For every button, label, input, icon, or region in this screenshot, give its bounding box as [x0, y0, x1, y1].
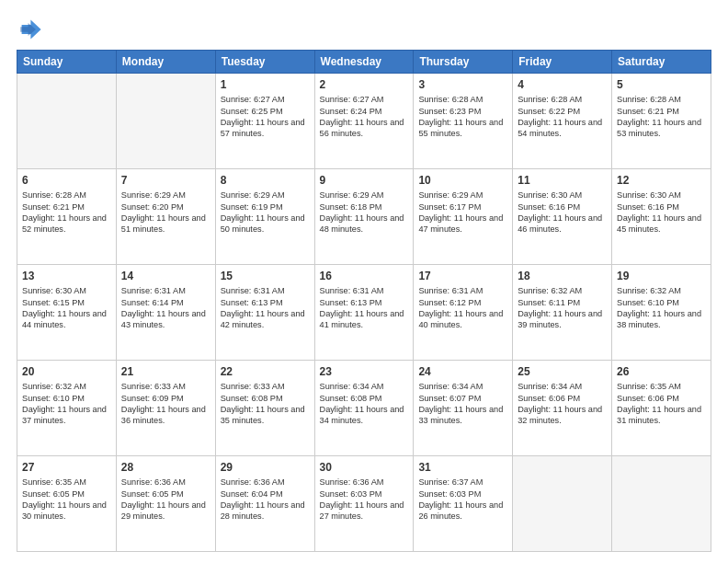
day-info: Sunrise: 6:29 AMSunset: 6:18 PMDaylight:…	[320, 190, 409, 236]
day-number: 24	[418, 364, 507, 379]
calendar-cell: 6Sunrise: 6:28 AMSunset: 6:21 PMDaylight…	[17, 169, 117, 265]
day-info: Sunrise: 6:31 AMSunset: 6:13 PMDaylight:…	[320, 285, 409, 331]
day-info: Sunrise: 6:32 AMSunset: 6:10 PMDaylight:…	[617, 285, 706, 331]
weekday-header-friday: Friday	[513, 51, 612, 74]
calendar-cell	[116, 74, 215, 169]
day-info: Sunrise: 6:28 AMSunset: 6:21 PMDaylight:…	[22, 190, 111, 236]
day-number: 10	[418, 173, 507, 188]
day-info: Sunrise: 6:29 AMSunset: 6:19 PMDaylight:…	[221, 190, 310, 236]
calendar-cell: 2Sunrise: 6:27 AMSunset: 6:24 PMDaylight…	[314, 74, 414, 169]
calendar-cell: 24Sunrise: 6:34 AMSunset: 6:07 PMDayligh…	[414, 361, 513, 456]
weekday-header-wednesday: Wednesday	[314, 51, 414, 74]
day-number: 5	[617, 77, 706, 92]
day-number: 28	[121, 460, 210, 475]
calendar-cell: 11Sunrise: 6:30 AMSunset: 6:16 PMDayligh…	[513, 169, 612, 265]
day-number: 14	[121, 269, 210, 283]
calendar-cell: 13Sunrise: 6:30 AMSunset: 6:15 PMDayligh…	[17, 265, 117, 361]
day-number: 19	[617, 269, 706, 283]
calendar-cell: 23Sunrise: 6:34 AMSunset: 6:08 PMDayligh…	[314, 361, 414, 456]
calendar-week-3: 13Sunrise: 6:30 AMSunset: 6:15 PMDayligh…	[17, 265, 711, 361]
day-info: Sunrise: 6:27 AMSunset: 6:24 PMDaylight:…	[320, 94, 409, 140]
day-info: Sunrise: 6:32 AMSunset: 6:11 PMDaylight:…	[518, 285, 607, 331]
day-number: 29	[221, 460, 310, 475]
calendar-cell: 10Sunrise: 6:29 AMSunset: 6:17 PMDayligh…	[414, 169, 513, 265]
calendar-cell: 3Sunrise: 6:28 AMSunset: 6:23 PMDaylight…	[414, 74, 513, 169]
day-info: Sunrise: 6:34 AMSunset: 6:08 PMDaylight:…	[320, 381, 409, 427]
day-info: Sunrise: 6:30 AMSunset: 6:16 PMDaylight:…	[518, 190, 607, 236]
day-info: Sunrise: 6:36 AMSunset: 6:03 PMDaylight:…	[320, 477, 409, 523]
day-number: 15	[221, 269, 310, 283]
calendar-cell: 30Sunrise: 6:36 AMSunset: 6:03 PMDayligh…	[314, 456, 414, 552]
day-info: Sunrise: 6:27 AMSunset: 6:25 PMDaylight:…	[221, 94, 310, 140]
weekday-header-tuesday: Tuesday	[215, 51, 314, 74]
weekday-header-sunday: Sunday	[17, 51, 117, 74]
calendar-cell: 18Sunrise: 6:32 AMSunset: 6:11 PMDayligh…	[513, 265, 612, 361]
day-number: 18	[518, 269, 607, 283]
calendar-week-2: 6Sunrise: 6:28 AMSunset: 6:21 PMDaylight…	[17, 169, 711, 265]
day-number: 11	[518, 173, 607, 188]
page: SundayMondayTuesdayWednesdayThursdayFrid…	[0, 0, 728, 563]
day-number: 2	[320, 77, 409, 92]
logo-icon	[17, 17, 42, 42]
day-info: Sunrise: 6:34 AMSunset: 6:07 PMDaylight:…	[418, 381, 507, 427]
day-number: 25	[518, 364, 607, 379]
calendar-cell: 14Sunrise: 6:31 AMSunset: 6:14 PMDayligh…	[116, 265, 215, 361]
calendar-cell: 21Sunrise: 6:33 AMSunset: 6:09 PMDayligh…	[116, 361, 215, 456]
day-number: 13	[22, 269, 111, 283]
calendar-cell: 31Sunrise: 6:37 AMSunset: 6:03 PMDayligh…	[414, 456, 513, 552]
day-info: Sunrise: 6:31 AMSunset: 6:12 PMDaylight:…	[418, 285, 507, 331]
calendar-cell: 25Sunrise: 6:34 AMSunset: 6:06 PMDayligh…	[513, 361, 612, 456]
day-info: Sunrise: 6:33 AMSunset: 6:09 PMDaylight:…	[121, 381, 210, 427]
calendar-week-4: 20Sunrise: 6:32 AMSunset: 6:10 PMDayligh…	[17, 361, 711, 456]
calendar-table: SundayMondayTuesdayWednesdayThursdayFrid…	[17, 50, 711, 552]
day-info: Sunrise: 6:28 AMSunset: 6:21 PMDaylight:…	[617, 94, 706, 140]
day-number: 21	[121, 364, 210, 379]
day-number: 1	[221, 77, 310, 92]
calendar-cell: 29Sunrise: 6:36 AMSunset: 6:04 PMDayligh…	[215, 456, 314, 552]
day-number: 3	[418, 77, 507, 92]
calendar-cell: 7Sunrise: 6:29 AMSunset: 6:20 PMDaylight…	[116, 169, 215, 265]
calendar-cell: 8Sunrise: 6:29 AMSunset: 6:19 PMDaylight…	[215, 169, 314, 265]
day-info: Sunrise: 6:30 AMSunset: 6:15 PMDaylight:…	[22, 285, 111, 331]
calendar-cell: 12Sunrise: 6:30 AMSunset: 6:16 PMDayligh…	[612, 169, 711, 265]
day-info: Sunrise: 6:29 AMSunset: 6:17 PMDaylight:…	[418, 190, 507, 236]
day-info: Sunrise: 6:33 AMSunset: 6:08 PMDaylight:…	[221, 381, 310, 427]
day-info: Sunrise: 6:37 AMSunset: 6:03 PMDaylight:…	[418, 477, 507, 523]
day-number: 31	[418, 460, 507, 475]
day-number: 16	[320, 269, 409, 283]
day-info: Sunrise: 6:36 AMSunset: 6:04 PMDaylight:…	[221, 477, 310, 523]
day-info: Sunrise: 6:28 AMSunset: 6:23 PMDaylight:…	[418, 94, 507, 140]
calendar-cell	[612, 456, 711, 552]
calendar-cell: 4Sunrise: 6:28 AMSunset: 6:22 PMDaylight…	[513, 74, 612, 169]
calendar-cell: 28Sunrise: 6:36 AMSunset: 6:05 PMDayligh…	[116, 456, 215, 552]
day-number: 6	[22, 173, 111, 188]
day-info: Sunrise: 6:29 AMSunset: 6:20 PMDaylight:…	[121, 190, 210, 236]
day-number: 20	[22, 364, 111, 379]
day-info: Sunrise: 6:31 AMSunset: 6:13 PMDaylight:…	[221, 285, 310, 331]
calendar-cell: 26Sunrise: 6:35 AMSunset: 6:06 PMDayligh…	[612, 361, 711, 456]
day-info: Sunrise: 6:28 AMSunset: 6:22 PMDaylight:…	[518, 94, 607, 140]
weekday-header-saturday: Saturday	[612, 51, 711, 74]
calendar-cell: 15Sunrise: 6:31 AMSunset: 6:13 PMDayligh…	[215, 265, 314, 361]
calendar-week-1: 1Sunrise: 6:27 AMSunset: 6:25 PMDaylight…	[17, 74, 711, 169]
day-info: Sunrise: 6:31 AMSunset: 6:14 PMDaylight:…	[121, 285, 210, 331]
day-number: 8	[221, 173, 310, 188]
calendar-cell: 9Sunrise: 6:29 AMSunset: 6:18 PMDaylight…	[314, 169, 414, 265]
day-info: Sunrise: 6:35 AMSunset: 6:06 PMDaylight:…	[617, 381, 706, 427]
day-number: 7	[121, 173, 210, 188]
calendar-cell: 22Sunrise: 6:33 AMSunset: 6:08 PMDayligh…	[215, 361, 314, 456]
day-number: 30	[320, 460, 409, 475]
weekday-header-thursday: Thursday	[414, 51, 513, 74]
calendar-cell: 20Sunrise: 6:32 AMSunset: 6:10 PMDayligh…	[17, 361, 117, 456]
day-number: 26	[617, 364, 706, 379]
calendar-cell: 17Sunrise: 6:31 AMSunset: 6:12 PMDayligh…	[414, 265, 513, 361]
calendar-cell: 5Sunrise: 6:28 AMSunset: 6:21 PMDaylight…	[612, 74, 711, 169]
logo	[17, 17, 46, 42]
day-number: 9	[320, 173, 409, 188]
day-info: Sunrise: 6:32 AMSunset: 6:10 PMDaylight:…	[22, 381, 111, 427]
day-info: Sunrise: 6:34 AMSunset: 6:06 PMDaylight:…	[518, 381, 607, 427]
calendar-cell	[513, 456, 612, 552]
day-number: 4	[518, 77, 607, 92]
calendar-cell: 1Sunrise: 6:27 AMSunset: 6:25 PMDaylight…	[215, 74, 314, 169]
weekday-header-monday: Monday	[116, 51, 215, 74]
